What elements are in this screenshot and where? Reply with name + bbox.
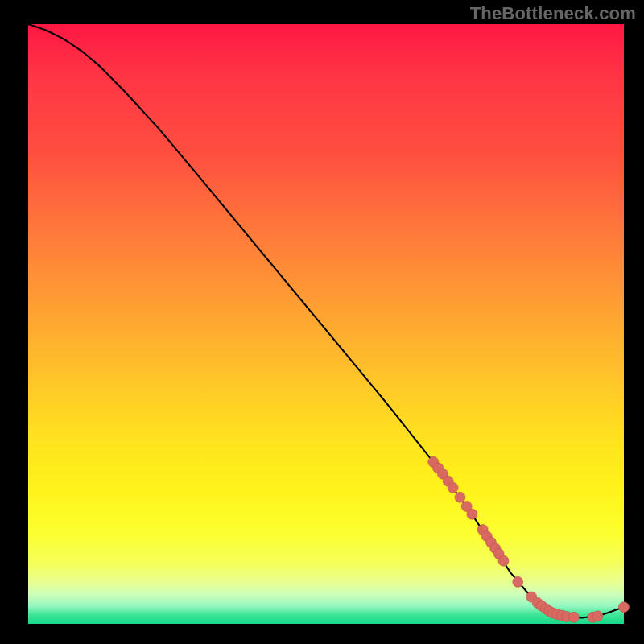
chart-container: TheBottleneck.com	[0, 0, 644, 644]
watermark-text: TheBottleneck.com	[470, 3, 636, 24]
plot-gradient-background	[28, 24, 624, 624]
